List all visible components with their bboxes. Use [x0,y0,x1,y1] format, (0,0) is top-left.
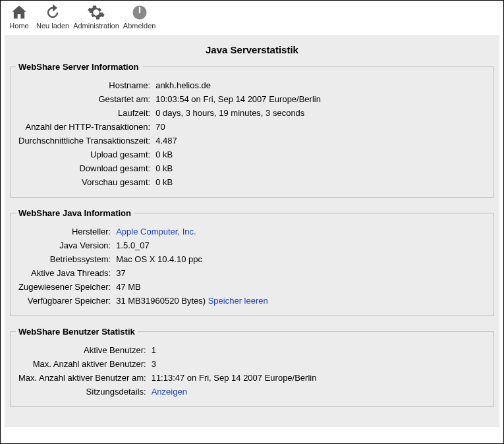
logout-button[interactable]: Abmelden [123,3,156,30]
table-row: Hostname:ankh.helios.de [16,78,323,92]
row-value-text: 70 [155,122,165,132]
home-icon [10,3,28,22]
row-value-text: 10:03:54 on Fri, Sep 14 2007 Europe/Berl… [155,94,321,104]
table-row: Aktive Benutzer:1 [16,343,319,357]
row-value-text: 0 kB [155,177,173,187]
row-value: 1.5.0_07 [113,238,271,252]
table-row: Betriebssystem:Mac OS X 10.4.10 ppc [16,252,271,266]
reload-button[interactable]: Neu laden [36,3,69,30]
row-value: 4.487 [153,134,323,148]
table-row: Download gesamt:0 kB [16,161,323,175]
table-row: Gestartet am:10:03:54 on Fri, Sep 14 200… [16,92,323,106]
power-icon [130,3,149,22]
table-row: Sitzungsdetails:Anzeigen [16,385,319,399]
row-value: 10:03:54 on Fri, Sep 14 2007 Europe/Berl… [153,92,323,106]
row-value-text: 11:13:47 on Fri, Sep 14 2007 Europe/Berl… [152,373,317,383]
row-value: 70 [153,120,323,134]
row-value-text: 37 [116,268,125,278]
home-button[interactable]: Home [6,3,32,30]
row-value: 0 kB [153,161,323,175]
row-label: Upload gesamt: [16,148,153,161]
row-label: Aktive Java Threads: [16,266,113,280]
server-info-table: Hostname:ankh.helios.deGestartet am:10:0… [16,78,323,189]
table-row: Verfügbarer Speicher:31 MB31960520 Bytes… [16,294,271,308]
row-value-text: 0 days, 3 hours, 19 minutes, 3 seconds [155,108,304,118]
java-info-table: Hersteller:Apple Computer, Inc.Java Vers… [16,225,271,308]
row-value-text: ankh.helios.de [155,80,211,90]
java-info-legend: WebShare Java Information [16,208,134,218]
toolbar: Home Neu laden Administration Abmelden [1,1,503,31]
app-frame: Home Neu laden Administration Abmelden J… [0,0,504,444]
row-value: 47 MB [113,280,271,294]
row-value-text: 0 kB [155,150,173,159]
admin-label: Administration [73,22,119,30]
row-value-text: 4.487 [155,136,177,146]
server-info-legend: WebShare Server Information [16,62,142,72]
row-value-text: 0 kB [155,163,173,173]
svg-rect-1 [138,7,140,13]
row-label: Laufzeit: [16,106,153,120]
table-row: Vorschau gesamt:0 kB [16,175,323,189]
row-value-text: 1 [152,345,156,355]
row-value: ankh.helios.de [153,78,323,92]
row-value-text: 31 MB31960520 Bytes) [116,296,206,306]
gear-icon [87,3,105,22]
row-value-text: Mac OS X 10.4.10 ppc [116,254,202,264]
row-value: 11:13:47 on Fri, Sep 14 2007 Europe/Berl… [149,371,320,385]
java-info-section: WebShare Java Information Hersteller:App… [10,208,494,316]
row-value: Anzeigen [149,385,320,399]
row-value: 0 days, 3 hours, 19 minutes, 3 seconds [153,106,323,120]
row-value: 31 MB31960520 Bytes) Speicher leeren [113,294,271,308]
row-label: Download gesamt: [16,161,153,175]
row-label: Max. Anzahl aktiver Benutzer am: [16,371,149,385]
row-label: Hersteller: [16,225,113,238]
row-value-text: 47 MB [116,282,141,292]
table-row: Hersteller:Apple Computer, Inc. [16,225,271,238]
row-label: Java Version: [16,238,113,252]
row-label: Zugewiesener Speicher: [16,280,113,294]
user-stats-section: WebShare Benutzer Statistik Aktive Benut… [10,327,494,407]
row-label: Sitzungsdetails: [16,385,149,399]
user-stats-table: Aktive Benutzer:1Max. Anzahl aktiver Ben… [16,343,319,399]
row-value: Mac OS X 10.4.10 ppc [113,252,271,266]
logout-label: Abmelden [123,22,156,30]
content-area: Java Serverstatistik WebShare Server Inf… [5,35,499,427]
row-label: Anzahl der HTTP-Transaktionen: [16,120,153,134]
row-value: 37 [113,266,271,280]
table-row: Laufzeit:0 days, 3 hours, 19 minutes, 3 … [16,106,323,120]
row-value: 0 kB [153,148,323,161]
admin-button[interactable]: Administration [73,3,119,30]
row-label: Verfügbarer Speicher: [16,294,113,308]
row-value-text: 3 [152,359,156,369]
table-row: Anzahl der HTTP-Transaktionen:70 [16,120,323,134]
row-value-text: 1.5.0_07 [116,240,150,250]
table-row: Durchschnittliche Transaktionszeit:4.487 [16,134,323,148]
reload-label: Neu laden [36,22,69,30]
row-label: Hostname: [16,78,153,92]
row-value: 0 kB [153,175,323,189]
row-action-link[interactable]: Speicher leeren [208,296,268,306]
row-label: Gestartet am: [16,92,153,106]
reload-icon [43,3,62,22]
row-label: Max. Anzahl aktiver Benutzer: [16,357,149,371]
row-label: Durchschnittliche Transaktionszeit: [16,134,153,148]
home-label: Home [9,22,28,30]
row-value: Apple Computer, Inc. [113,225,271,238]
table-row: Zugewiesener Speicher:47 MB [16,280,271,294]
table-row: Upload gesamt:0 kB [16,148,323,161]
user-stats-legend: WebShare Benutzer Statistik [16,327,138,337]
row-label: Betriebssystem: [16,252,113,266]
table-row: Max. Anzahl aktiver Benutzer am:11:13:47… [16,371,319,385]
row-label: Vorschau gesamt: [16,175,153,189]
server-info-section: WebShare Server Information Hostname:ank… [10,62,494,198]
row-value: 1 [149,343,320,357]
row-label: Aktive Benutzer: [16,343,149,357]
page-title: Java Serverstatistik [10,44,494,55]
table-row: Max. Anzahl aktiver Benutzer:3 [16,357,319,371]
table-row: Java Version:1.5.0_07 [16,238,271,252]
row-value-link[interactable]: Anzeigen [152,387,187,397]
table-row: Aktive Java Threads:37 [16,266,271,280]
row-value-link[interactable]: Apple Computer, Inc. [116,227,196,236]
row-value: 3 [149,357,320,371]
